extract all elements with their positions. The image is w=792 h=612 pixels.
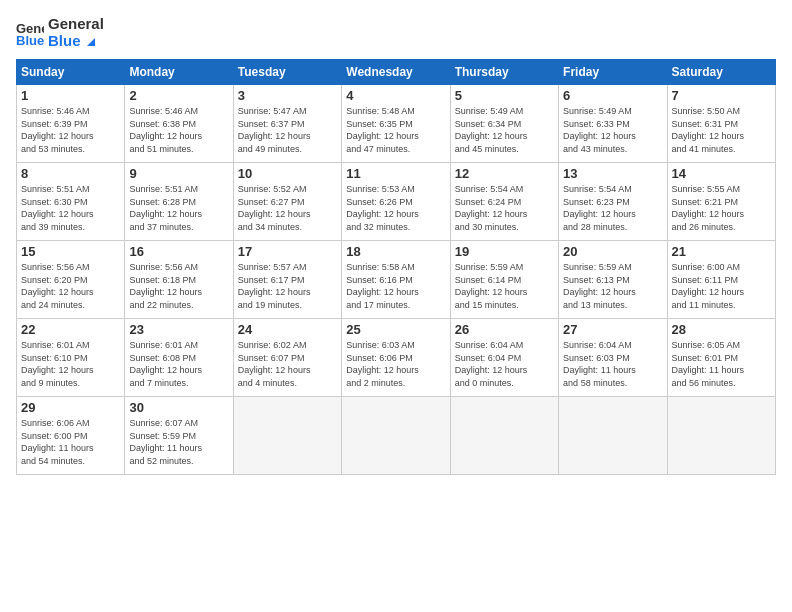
day-number: 8	[21, 166, 120, 181]
calendar-cell: 9Sunrise: 5:51 AM Sunset: 6:28 PM Daylig…	[125, 163, 233, 241]
calendar-cell: 30Sunrise: 6:07 AM Sunset: 5:59 PM Dayli…	[125, 397, 233, 475]
calendar-cell	[342, 397, 450, 475]
day-info: Sunrise: 6:07 AM Sunset: 5:59 PM Dayligh…	[129, 417, 228, 467]
day-info: Sunrise: 5:58 AM Sunset: 6:16 PM Dayligh…	[346, 261, 445, 311]
header-thursday: Thursday	[450, 60, 558, 85]
calendar-cell: 2Sunrise: 5:46 AM Sunset: 6:38 PM Daylig…	[125, 85, 233, 163]
day-info: Sunrise: 5:54 AM Sunset: 6:24 PM Dayligh…	[455, 183, 554, 233]
day-number: 25	[346, 322, 445, 337]
calendar-cell: 15Sunrise: 5:56 AM Sunset: 6:20 PM Dayli…	[17, 241, 125, 319]
day-number: 27	[563, 322, 662, 337]
calendar-cell: 20Sunrise: 5:59 AM Sunset: 6:13 PM Dayli…	[559, 241, 667, 319]
calendar-cell: 18Sunrise: 5:58 AM Sunset: 6:16 PM Dayli…	[342, 241, 450, 319]
day-info: Sunrise: 6:01 AM Sunset: 6:08 PM Dayligh…	[129, 339, 228, 389]
day-number: 13	[563, 166, 662, 181]
day-number: 11	[346, 166, 445, 181]
logo: General Blue General Blue	[16, 16, 104, 49]
day-number: 21	[672, 244, 771, 259]
calendar-week-row: 29Sunrise: 6:06 AM Sunset: 6:00 PM Dayli…	[17, 397, 776, 475]
day-info: Sunrise: 6:04 AM Sunset: 6:03 PM Dayligh…	[563, 339, 662, 389]
calendar-week-row: 8Sunrise: 5:51 AM Sunset: 6:30 PM Daylig…	[17, 163, 776, 241]
logo-blue: Blue	[48, 33, 104, 50]
calendar-container: General Blue General Blue Sunday Monday …	[0, 0, 792, 483]
calendar-cell: 27Sunrise: 6:04 AM Sunset: 6:03 PM Dayli…	[559, 319, 667, 397]
day-number: 15	[21, 244, 120, 259]
day-number: 16	[129, 244, 228, 259]
day-info: Sunrise: 6:00 AM Sunset: 6:11 PM Dayligh…	[672, 261, 771, 311]
day-info: Sunrise: 6:05 AM Sunset: 6:01 PM Dayligh…	[672, 339, 771, 389]
day-info: Sunrise: 5:51 AM Sunset: 6:28 PM Dayligh…	[129, 183, 228, 233]
calendar-cell	[233, 397, 341, 475]
day-number: 12	[455, 166, 554, 181]
svg-text:Blue: Blue	[16, 33, 44, 47]
day-info: Sunrise: 6:04 AM Sunset: 6:04 PM Dayligh…	[455, 339, 554, 389]
header-sunday: Sunday	[17, 60, 125, 85]
calendar-cell: 29Sunrise: 6:06 AM Sunset: 6:00 PM Dayli…	[17, 397, 125, 475]
header-monday: Monday	[125, 60, 233, 85]
day-info: Sunrise: 5:49 AM Sunset: 6:34 PM Dayligh…	[455, 105, 554, 155]
day-number: 5	[455, 88, 554, 103]
day-info: Sunrise: 5:57 AM Sunset: 6:17 PM Dayligh…	[238, 261, 337, 311]
calendar-week-row: 22Sunrise: 6:01 AM Sunset: 6:10 PM Dayli…	[17, 319, 776, 397]
calendar-week-row: 1Sunrise: 5:46 AM Sunset: 6:39 PM Daylig…	[17, 85, 776, 163]
header-tuesday: Tuesday	[233, 60, 341, 85]
day-info: Sunrise: 5:49 AM Sunset: 6:33 PM Dayligh…	[563, 105, 662, 155]
day-info: Sunrise: 6:03 AM Sunset: 6:06 PM Dayligh…	[346, 339, 445, 389]
day-info: Sunrise: 5:59 AM Sunset: 6:13 PM Dayligh…	[563, 261, 662, 311]
calendar-cell: 8Sunrise: 5:51 AM Sunset: 6:30 PM Daylig…	[17, 163, 125, 241]
day-info: Sunrise: 5:56 AM Sunset: 6:18 PM Dayligh…	[129, 261, 228, 311]
day-info: Sunrise: 5:51 AM Sunset: 6:30 PM Dayligh…	[21, 183, 120, 233]
calendar-cell: 25Sunrise: 6:03 AM Sunset: 6:06 PM Dayli…	[342, 319, 450, 397]
day-info: Sunrise: 5:46 AM Sunset: 6:38 PM Dayligh…	[129, 105, 228, 155]
calendar-cell	[667, 397, 775, 475]
header-friday: Friday	[559, 60, 667, 85]
day-info: Sunrise: 5:50 AM Sunset: 6:31 PM Dayligh…	[672, 105, 771, 155]
day-info: Sunrise: 5:55 AM Sunset: 6:21 PM Dayligh…	[672, 183, 771, 233]
day-info: Sunrise: 6:01 AM Sunset: 6:10 PM Dayligh…	[21, 339, 120, 389]
day-number: 6	[563, 88, 662, 103]
calendar-cell: 7Sunrise: 5:50 AM Sunset: 6:31 PM Daylig…	[667, 85, 775, 163]
calendar-cell: 28Sunrise: 6:05 AM Sunset: 6:01 PM Dayli…	[667, 319, 775, 397]
header-wednesday: Wednesday	[342, 60, 450, 85]
calendar-cell: 22Sunrise: 6:01 AM Sunset: 6:10 PM Dayli…	[17, 319, 125, 397]
calendar-cell: 16Sunrise: 5:56 AM Sunset: 6:18 PM Dayli…	[125, 241, 233, 319]
day-info: Sunrise: 6:02 AM Sunset: 6:07 PM Dayligh…	[238, 339, 337, 389]
day-number: 17	[238, 244, 337, 259]
day-number: 23	[129, 322, 228, 337]
day-number: 29	[21, 400, 120, 415]
day-number: 7	[672, 88, 771, 103]
calendar-cell	[450, 397, 558, 475]
logo-general: General	[48, 16, 104, 33]
day-info: Sunrise: 5:48 AM Sunset: 6:35 PM Dayligh…	[346, 105, 445, 155]
day-number: 10	[238, 166, 337, 181]
day-info: Sunrise: 5:56 AM Sunset: 6:20 PM Dayligh…	[21, 261, 120, 311]
day-number: 18	[346, 244, 445, 259]
day-info: Sunrise: 5:47 AM Sunset: 6:37 PM Dayligh…	[238, 105, 337, 155]
logo-icon: General Blue	[16, 19, 44, 47]
calendar-cell	[559, 397, 667, 475]
day-number: 22	[21, 322, 120, 337]
day-info: Sunrise: 5:54 AM Sunset: 6:23 PM Dayligh…	[563, 183, 662, 233]
calendar-cell: 12Sunrise: 5:54 AM Sunset: 6:24 PM Dayli…	[450, 163, 558, 241]
day-number: 26	[455, 322, 554, 337]
header-saturday: Saturday	[667, 60, 775, 85]
calendar-week-row: 15Sunrise: 5:56 AM Sunset: 6:20 PM Dayli…	[17, 241, 776, 319]
day-number: 1	[21, 88, 120, 103]
header: General Blue General Blue	[16, 16, 776, 49]
weekday-header-row: Sunday Monday Tuesday Wednesday Thursday…	[17, 60, 776, 85]
day-number: 9	[129, 166, 228, 181]
day-number: 4	[346, 88, 445, 103]
calendar-cell: 13Sunrise: 5:54 AM Sunset: 6:23 PM Dayli…	[559, 163, 667, 241]
calendar-cell: 4Sunrise: 5:48 AM Sunset: 6:35 PM Daylig…	[342, 85, 450, 163]
calendar-cell: 23Sunrise: 6:01 AM Sunset: 6:08 PM Dayli…	[125, 319, 233, 397]
calendar-cell: 17Sunrise: 5:57 AM Sunset: 6:17 PM Dayli…	[233, 241, 341, 319]
calendar-cell: 11Sunrise: 5:53 AM Sunset: 6:26 PM Dayli…	[342, 163, 450, 241]
day-info: Sunrise: 5:46 AM Sunset: 6:39 PM Dayligh…	[21, 105, 120, 155]
day-info: Sunrise: 5:53 AM Sunset: 6:26 PM Dayligh…	[346, 183, 445, 233]
day-info: Sunrise: 5:52 AM Sunset: 6:27 PM Dayligh…	[238, 183, 337, 233]
day-number: 3	[238, 88, 337, 103]
calendar-cell: 26Sunrise: 6:04 AM Sunset: 6:04 PM Dayli…	[450, 319, 558, 397]
calendar-cell: 14Sunrise: 5:55 AM Sunset: 6:21 PM Dayli…	[667, 163, 775, 241]
day-number: 28	[672, 322, 771, 337]
day-number: 24	[238, 322, 337, 337]
